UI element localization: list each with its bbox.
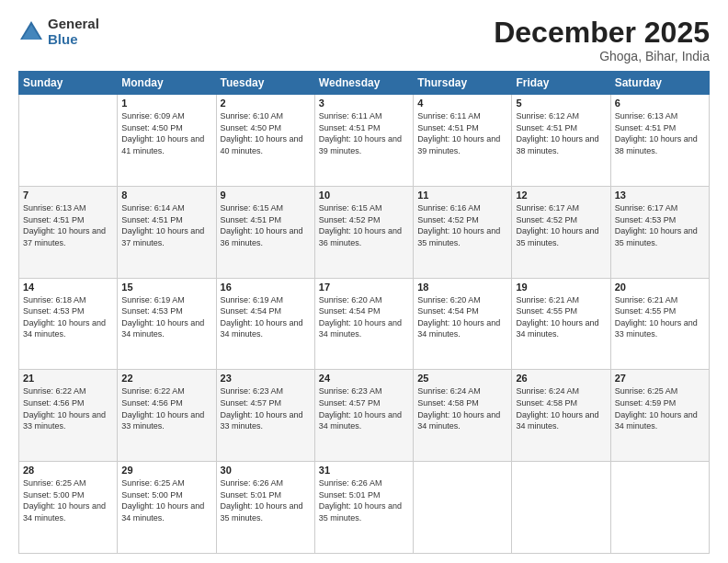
calendar-week-row: 28Sunrise: 6:25 AMSunset: 5:00 PMDayligh…: [19, 462, 710, 554]
calendar-week-row: 21Sunrise: 6:22 AMSunset: 4:56 PMDayligh…: [19, 370, 710, 462]
day-info: Sunrise: 6:22 AMSunset: 4:56 PMDaylight:…: [23, 386, 106, 431]
day-number: 2: [221, 98, 311, 109]
day-number: 12: [516, 190, 606, 201]
day-info: Sunrise: 6:13 AMSunset: 4:51 PMDaylight:…: [615, 111, 698, 155]
calendar-cell: 28Sunrise: 6:25 AMSunset: 5:00 PMDayligh…: [19, 462, 118, 554]
day-number: 1: [121, 98, 211, 109]
calendar-cell: 13Sunrise: 6:17 AMSunset: 4:53 PMDayligh…: [610, 186, 709, 278]
calendar-week-row: 7Sunrise: 6:13 AMSunset: 4:51 PMDaylight…: [19, 186, 710, 278]
calendar-cell: 30Sunrise: 6:26 AMSunset: 5:01 PMDayligh…: [216, 462, 314, 554]
day-number: 5: [516, 98, 606, 109]
day-info: Sunrise: 6:22 AMSunset: 4:56 PMDaylight:…: [121, 386, 204, 431]
weekday-header: Friday: [512, 72, 610, 95]
weekday-header: Monday: [118, 72, 216, 95]
calendar-cell: 7Sunrise: 6:13 AMSunset: 4:51 PMDaylight…: [19, 186, 118, 278]
logo-general: General: [48, 17, 99, 32]
weekday-header: Tuesday: [216, 72, 314, 95]
calendar-cell: 4Sunrise: 6:11 AMSunset: 4:51 PMDaylight…: [414, 95, 512, 187]
day-number: 19: [516, 282, 606, 293]
day-number: 13: [615, 190, 705, 201]
calendar-cell: 25Sunrise: 6:24 AMSunset: 4:58 PMDayligh…: [414, 370, 512, 462]
calendar-cell: 5Sunrise: 6:12 AMSunset: 4:51 PMDaylight…: [512, 95, 610, 187]
day-info: Sunrise: 6:16 AMSunset: 4:52 PMDaylight:…: [417, 203, 500, 247]
day-number: 29: [121, 465, 211, 476]
calendar-header-row: SundayMondayTuesdayWednesdayThursdayFrid…: [19, 72, 710, 95]
day-info: Sunrise: 6:17 AMSunset: 4:53 PMDaylight:…: [615, 203, 698, 247]
calendar-cell: 10Sunrise: 6:15 AMSunset: 4:52 PMDayligh…: [314, 186, 413, 278]
day-number: 7: [23, 190, 113, 201]
day-info: Sunrise: 6:24 AMSunset: 4:58 PMDaylight:…: [417, 386, 500, 431]
calendar-cell: 20Sunrise: 6:21 AMSunset: 4:55 PMDayligh…: [610, 278, 709, 370]
day-number: 20: [615, 282, 705, 293]
day-number: 31: [319, 465, 409, 476]
day-number: 10: [319, 190, 409, 201]
calendar-cell: 15Sunrise: 6:19 AMSunset: 4:53 PMDayligh…: [118, 278, 216, 370]
day-number: 30: [221, 465, 311, 476]
day-info: Sunrise: 6:15 AMSunset: 4:52 PMDaylight:…: [319, 203, 402, 247]
day-number: 8: [121, 190, 211, 201]
day-number: 22: [121, 373, 211, 384]
calendar-cell: 19Sunrise: 6:21 AMSunset: 4:55 PMDayligh…: [512, 278, 610, 370]
month-title: December 2025: [494, 17, 710, 49]
day-number: 23: [221, 373, 311, 384]
calendar-cell: 3Sunrise: 6:11 AMSunset: 4:51 PMDaylight…: [314, 95, 413, 187]
calendar-week-row: 14Sunrise: 6:18 AMSunset: 4:53 PMDayligh…: [19, 278, 710, 370]
day-info: Sunrise: 6:19 AMSunset: 4:53 PMDaylight:…: [121, 295, 204, 339]
page: General Blue December 2025 Ghoga, Bihar,…: [0, 0, 728, 563]
day-number: 26: [516, 373, 606, 384]
calendar-table: SundayMondayTuesdayWednesdayThursdayFrid…: [18, 71, 710, 554]
day-info: Sunrise: 6:24 AMSunset: 4:58 PMDaylight:…: [516, 386, 598, 431]
calendar-cell: 16Sunrise: 6:19 AMSunset: 4:54 PMDayligh…: [216, 278, 314, 370]
day-info: Sunrise: 6:15 AMSunset: 4:51 PMDaylight:…: [221, 203, 303, 247]
day-info: Sunrise: 6:20 AMSunset: 4:54 PMDaylight:…: [417, 295, 500, 339]
day-number: 17: [319, 282, 409, 293]
weekday-header: Sunday: [19, 72, 118, 95]
day-info: Sunrise: 6:26 AMSunset: 5:01 PMDaylight:…: [221, 478, 303, 523]
day-number: 6: [615, 98, 705, 109]
day-number: 16: [221, 282, 311, 293]
day-info: Sunrise: 6:11 AMSunset: 4:51 PMDaylight:…: [417, 111, 500, 155]
day-info: Sunrise: 6:10 AMSunset: 4:50 PMDaylight:…: [221, 111, 303, 155]
calendar-cell: 18Sunrise: 6:20 AMSunset: 4:54 PMDayligh…: [414, 278, 512, 370]
day-info: Sunrise: 6:18 AMSunset: 4:53 PMDaylight:…: [23, 295, 106, 339]
day-number: 24: [319, 373, 409, 384]
title-block: December 2025 Ghoga, Bihar, India: [494, 17, 710, 63]
day-info: Sunrise: 6:26 AMSunset: 5:01 PMDaylight:…: [319, 478, 402, 523]
calendar-cell: 11Sunrise: 6:16 AMSunset: 4:52 PMDayligh…: [414, 186, 512, 278]
weekday-header: Wednesday: [314, 72, 413, 95]
calendar-cell: 22Sunrise: 6:22 AMSunset: 4:56 PMDayligh…: [118, 370, 216, 462]
day-info: Sunrise: 6:17 AMSunset: 4:52 PMDaylight:…: [516, 203, 598, 247]
day-number: 21: [23, 373, 113, 384]
day-number: 11: [417, 190, 507, 201]
day-info: Sunrise: 6:25 AMSunset: 4:59 PMDaylight:…: [615, 386, 698, 431]
calendar-cell: [512, 462, 610, 554]
day-info: Sunrise: 6:09 AMSunset: 4:50 PMDaylight:…: [121, 111, 204, 155]
day-info: Sunrise: 6:20 AMSunset: 4:54 PMDaylight:…: [319, 295, 402, 339]
day-number: 15: [121, 282, 211, 293]
calendar-cell: 23Sunrise: 6:23 AMSunset: 4:57 PMDayligh…: [216, 370, 314, 462]
day-info: Sunrise: 6:21 AMSunset: 4:55 PMDaylight:…: [516, 295, 598, 339]
weekday-header: Saturday: [610, 72, 709, 95]
calendar-cell: 14Sunrise: 6:18 AMSunset: 4:53 PMDayligh…: [19, 278, 118, 370]
day-info: Sunrise: 6:12 AMSunset: 4:51 PMDaylight:…: [516, 111, 598, 155]
calendar-cell: 17Sunrise: 6:20 AMSunset: 4:54 PMDayligh…: [314, 278, 413, 370]
day-info: Sunrise: 6:21 AMSunset: 4:55 PMDaylight:…: [615, 295, 698, 339]
calendar-week-row: 1Sunrise: 6:09 AMSunset: 4:50 PMDaylight…: [19, 95, 710, 187]
calendar-cell: 24Sunrise: 6:23 AMSunset: 4:57 PMDayligh…: [314, 370, 413, 462]
logo: General Blue: [18, 17, 99, 47]
calendar-cell: 6Sunrise: 6:13 AMSunset: 4:51 PMDaylight…: [610, 95, 709, 187]
calendar-cell: 31Sunrise: 6:26 AMSunset: 5:01 PMDayligh…: [314, 462, 413, 554]
day-info: Sunrise: 6:14 AMSunset: 4:51 PMDaylight:…: [121, 203, 204, 247]
day-info: Sunrise: 6:13 AMSunset: 4:51 PMDaylight:…: [23, 203, 106, 247]
calendar-cell: 21Sunrise: 6:22 AMSunset: 4:56 PMDayligh…: [19, 370, 118, 462]
day-number: 14: [23, 282, 113, 293]
day-info: Sunrise: 6:25 AMSunset: 5:00 PMDaylight:…: [23, 478, 106, 523]
day-number: 9: [221, 190, 311, 201]
location: Ghoga, Bihar, India: [494, 49, 710, 63]
header: General Blue December 2025 Ghoga, Bihar,…: [18, 17, 710, 63]
calendar-cell: [414, 462, 512, 554]
calendar-cell: 2Sunrise: 6:10 AMSunset: 4:50 PMDaylight…: [216, 95, 314, 187]
day-number: 27: [615, 373, 705, 384]
calendar-cell: 12Sunrise: 6:17 AMSunset: 4:52 PMDayligh…: [512, 186, 610, 278]
day-info: Sunrise: 6:25 AMSunset: 5:00 PMDaylight:…: [121, 478, 204, 523]
